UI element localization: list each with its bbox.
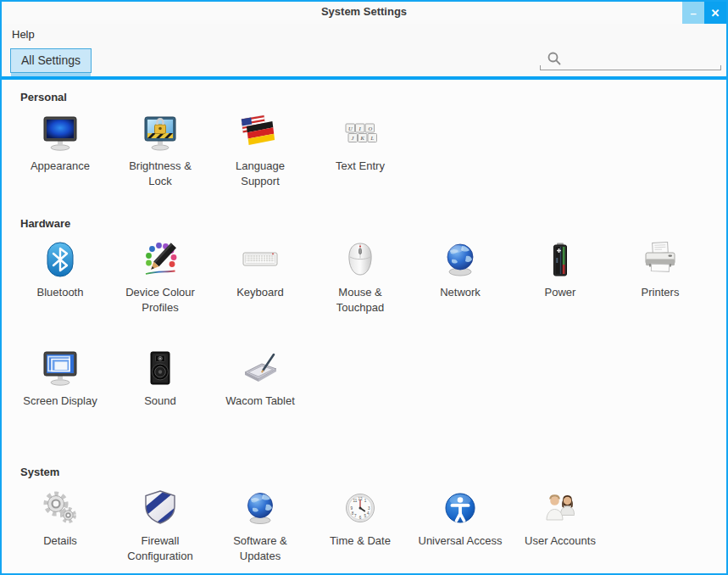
mouse-touchpad-icon xyxy=(340,239,381,280)
settings-item-label: Firewall Configuration xyxy=(116,533,204,564)
section-personal: PersonalAppearanceBrightness & LockLangu… xyxy=(2,91,726,217)
svg-text:6: 6 xyxy=(359,516,362,520)
software-updates-icon xyxy=(240,488,281,528)
svg-text:O: O xyxy=(369,126,373,131)
keyboard-icon xyxy=(240,239,281,280)
search-icon xyxy=(547,51,562,66)
settings-item-details[interactable]: Details xyxy=(10,488,110,564)
details-gears-icon xyxy=(40,488,81,528)
settings-item-software-updates[interactable]: Software & Updates xyxy=(210,488,310,564)
hardware-grid: BluetoothDevice Colour ProfilesKeyboardM… xyxy=(2,239,726,456)
language-support-icon xyxy=(240,113,281,154)
appearance-icon xyxy=(40,113,81,154)
all-settings-button[interactable]: All Settings xyxy=(10,48,92,73)
settings-item-label: Mouse & Touchpad xyxy=(316,285,404,315)
settings-item-text-entry[interactable]: UIOJKLText Entry xyxy=(310,113,410,217)
settings-item-label: Time & Date xyxy=(330,533,391,549)
minimize-icon: – xyxy=(690,7,696,20)
settings-item-label: Text Entry xyxy=(336,159,385,174)
network-globe-icon xyxy=(440,239,481,280)
settings-item-network[interactable]: Network xyxy=(410,239,510,348)
search-box[interactable] xyxy=(540,49,721,70)
close-icon: ✕ xyxy=(711,7,720,20)
power-battery-icon xyxy=(540,239,581,280)
settings-item-mouse-touchpad[interactable]: Mouse & Touchpad xyxy=(310,239,410,348)
search-input[interactable] xyxy=(565,52,721,66)
settings-item-wacom-tablet[interactable]: Wacom Tablet xyxy=(210,348,310,456)
settings-item-label: Printers xyxy=(642,285,680,300)
settings-item-label: Universal Access xyxy=(419,533,503,549)
window-buttons: – ✕ xyxy=(682,2,726,24)
settings-item-label: Details xyxy=(43,533,77,549)
settings-item-appearance[interactable]: Appearance xyxy=(10,113,110,217)
svg-text:1: 1 xyxy=(364,499,367,503)
settings-item-label: Power xyxy=(545,285,576,300)
text-entry-icon: UIOJKL xyxy=(340,113,381,154)
svg-text:4: 4 xyxy=(367,511,370,516)
settings-item-user-accounts[interactable]: User Accounts xyxy=(510,488,610,564)
firewall-shield-icon xyxy=(140,488,181,528)
svg-text:K: K xyxy=(360,135,365,141)
menu-bar: Help xyxy=(2,24,726,44)
settings-item-label: Screen Display xyxy=(23,394,97,409)
svg-text:9: 9 xyxy=(351,506,353,511)
screen-display-icon xyxy=(40,348,81,388)
svg-text:7: 7 xyxy=(354,514,357,518)
settings-item-label: Language Support xyxy=(216,159,304,189)
minimize-button[interactable]: – xyxy=(682,2,704,24)
brightness-lock-icon xyxy=(140,113,181,154)
settings-item-brightness-lock[interactable]: Brightness & Lock xyxy=(110,113,210,217)
titlebar[interactable]: System Settings – ✕ xyxy=(2,2,726,24)
section-hardware: HardwareBluetoothDevice Colour ProfilesK… xyxy=(2,217,726,456)
settings-item-label: Wacom Tablet xyxy=(225,394,295,409)
settings-item-label: User Accounts xyxy=(525,533,596,549)
svg-text:3: 3 xyxy=(368,506,370,511)
svg-text:11: 11 xyxy=(353,499,358,503)
settings-item-sound[interactable]: Sound xyxy=(110,348,210,456)
settings-item-label: Device Colour Profiles xyxy=(116,285,204,315)
section-system: SystemDetailsFirewall ConfigurationSoftw… xyxy=(2,466,726,564)
bluetooth-icon xyxy=(40,239,81,280)
settings-item-time-date[interactable]: 123691114875Time & Date xyxy=(310,488,410,564)
settings-item-firewall-configuration[interactable]: Firewall Configuration xyxy=(110,488,210,564)
settings-item-language-support[interactable]: Language Support xyxy=(210,113,310,217)
settings-item-bluetooth[interactable]: Bluetooth xyxy=(10,239,110,348)
settings-item-label: Network xyxy=(440,285,481,300)
settings-item-power[interactable]: Power xyxy=(510,239,610,348)
wacom-tablet-icon xyxy=(240,348,281,388)
settings-item-universal-access[interactable]: Universal Access xyxy=(410,488,510,564)
system-grid: DetailsFirewall ConfigurationSoftware & … xyxy=(2,488,726,564)
settings-item-label: Appearance xyxy=(31,159,90,174)
menu-help[interactable]: Help xyxy=(8,26,38,42)
settings-item-label: Software & Updates xyxy=(216,533,304,564)
personal-grid: AppearanceBrightness & LockLanguage Supp… xyxy=(2,113,726,217)
settings-item-label: Sound xyxy=(144,394,176,409)
svg-text:5: 5 xyxy=(364,514,367,518)
colour-profiles-icon xyxy=(140,239,181,280)
clock-icon: 123691114875 xyxy=(340,488,381,528)
settings-item-device-colour-profiles[interactable]: Device Colour Profiles xyxy=(110,239,210,348)
settings-item-screen-display[interactable]: Screen Display xyxy=(10,348,110,456)
settings-item-keyboard[interactable]: Keyboard xyxy=(210,239,310,348)
window-title: System Settings xyxy=(2,5,726,18)
settings-item-label: Keyboard xyxy=(236,285,284,300)
system-settings-window: System Settings – ✕ Help All Settings Pe… xyxy=(0,0,728,575)
settings-item-label: Bluetooth xyxy=(37,285,84,300)
section-header-system: System xyxy=(20,466,726,479)
settings-content: PersonalAppearanceBrightness & LockLangu… xyxy=(2,80,726,573)
settings-item-printers[interactable]: Printers xyxy=(610,239,710,348)
section-header-hardware: Hardware xyxy=(20,217,726,231)
universal-access-icon xyxy=(440,488,481,528)
user-accounts-icon xyxy=(540,488,581,528)
close-button[interactable]: ✕ xyxy=(704,2,726,24)
sound-speaker-icon xyxy=(140,348,181,388)
printer-icon xyxy=(640,239,681,280)
toolbar: All Settings xyxy=(2,44,726,76)
section-header-personal: Personal xyxy=(20,91,726,104)
settings-item-label: Brightness & Lock xyxy=(116,159,204,189)
svg-text:L: L xyxy=(370,135,375,141)
